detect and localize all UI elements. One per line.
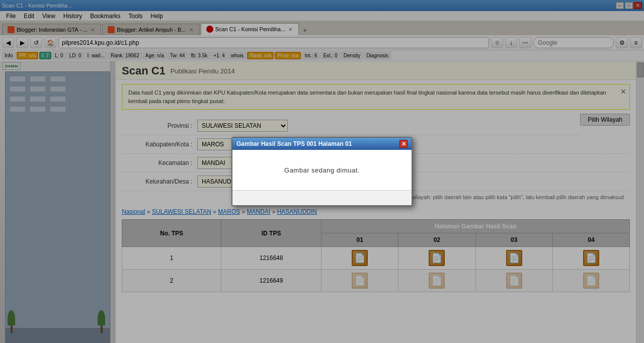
modal-title: Gambar Hasil Scan TPS 001 Halaman 01 bbox=[236, 140, 352, 147]
modal-overlay: Gambar Hasil Scan TPS 001 Halaman 01 ✕ G… bbox=[0, 0, 644, 343]
modal-dialog: Gambar Hasil Scan TPS 001 Halaman 01 ✕ G… bbox=[231, 137, 413, 206]
modal-body: Gambar sedang dimuat. bbox=[232, 150, 412, 190]
modal-close-button[interactable]: ✕ bbox=[399, 140, 408, 148]
modal-titlebar: Gambar Hasil Scan TPS 001 Halaman 01 ✕ bbox=[232, 138, 412, 150]
modal-body-text: Gambar sedang dimuat. bbox=[284, 166, 360, 174]
browser-window: Scan C1 - Komisi Pemiliha... ─ □ ✕ File … bbox=[0, 0, 644, 343]
modal-footer bbox=[232, 190, 412, 205]
